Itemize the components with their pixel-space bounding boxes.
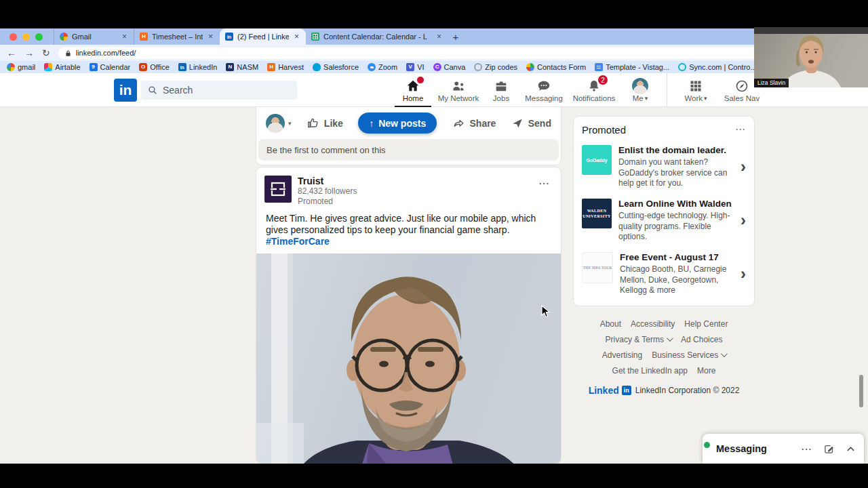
- scrollbar-thumb[interactable]: [859, 375, 863, 407]
- search-input[interactable]: Search: [141, 81, 297, 100]
- calendar-icon: [90, 63, 98, 71]
- bookmark-linkedin[interactable]: LinkedIn: [178, 63, 218, 71]
- ad-title[interactable]: Learn Online With Walden: [618, 199, 734, 209]
- chevron-down-icon: ▾: [645, 95, 648, 102]
- ad-mba-tour[interactable]: THE MBA TOUR Free Event - August 17 Chic…: [582, 252, 746, 296]
- sync-icon: [678, 63, 686, 71]
- nav-jobs[interactable]: Jobs: [482, 73, 520, 107]
- footer-link-advertising[interactable]: Advertising: [602, 350, 642, 360]
- first-comment-prompt[interactable]: Be the first to comment on this: [258, 139, 559, 161]
- footer-link-privacy-terms[interactable]: Privacy & Terms: [606, 335, 671, 344]
- fullscreen-window-button[interactable]: [35, 33, 43, 41]
- close-icon[interactable]: ×: [121, 32, 128, 41]
- nav-me[interactable]: Me▾: [620, 73, 660, 107]
- close-window-button[interactable]: [9, 33, 17, 41]
- bookmark-calendar[interactable]: Calendar: [90, 63, 131, 71]
- walden-logo: WALDEN UNIVERSITY: [582, 199, 612, 228]
- post-video-frame[interactable]: [256, 253, 561, 464]
- send-plane-icon: [511, 117, 524, 129]
- nav-notifications[interactable]: 2 Notifications: [568, 73, 620, 107]
- bookmark-airtable[interactable]: Airtable: [44, 63, 80, 71]
- bookmark-vi[interactable]: VI: [406, 63, 424, 71]
- back-button[interactable]: ←: [7, 48, 16, 58]
- close-icon[interactable]: ×: [293, 32, 300, 41]
- new-tab-button[interactable]: +: [448, 29, 463, 44]
- close-icon[interactable]: ×: [207, 32, 214, 41]
- nav-home[interactable]: Home: [391, 73, 435, 107]
- window-controls: [0, 33, 54, 41]
- chevron-down-icon: ▾: [288, 120, 292, 127]
- footer-link-about[interactable]: About: [600, 319, 621, 329]
- messaging-dock[interactable]: Messaging ⋯: [703, 434, 864, 464]
- chevron-up-icon[interactable]: [846, 444, 856, 454]
- address-bar[interactable]: linkedin.com/feed/: [58, 47, 812, 59]
- compose-icon[interactable]: [823, 443, 835, 455]
- ad-description: Cutting-edge technology. High-quality pr…: [618, 211, 734, 243]
- nav-messaging[interactable]: Messaging: [520, 73, 568, 107]
- like-button[interactable]: Like: [307, 117, 343, 129]
- footer-link-get-app[interactable]: Get the LinkedIn app: [612, 366, 688, 375]
- tab-strip: Gmail × Timesheet – Intero Advisory.cc ×…: [0, 28, 868, 45]
- linkedin-logo[interactable]: [114, 79, 137, 102]
- messaging-overflow-menu-icon[interactable]: ⋯: [801, 443, 812, 455]
- ad-godaddy[interactable]: GoDaddy Enlist the domain leader. Domain…: [582, 145, 746, 189]
- chevron-right-icon[interactable]: ›: [741, 152, 746, 182]
- nav-my-network[interactable]: My Network: [435, 73, 482, 107]
- bell-icon: 2: [587, 78, 601, 94]
- bookmark-canva[interactable]: Canva: [433, 63, 466, 71]
- hashtag-link[interactable]: #TimeForCare: [266, 236, 330, 247]
- online-status-dot: [703, 441, 711, 449]
- footer-link-help-center[interactable]: Help Center: [684, 319, 728, 329]
- chevron-right-icon[interactable]: ›: [741, 259, 746, 289]
- post-author[interactable]: Truist: [298, 176, 530, 186]
- new-posts-button[interactable]: ↑ New posts: [358, 113, 437, 134]
- overflow-menu-icon[interactable]: ⋯: [735, 123, 746, 136]
- bookmark-zoom[interactable]: Zoom: [368, 63, 397, 71]
- ad-title[interactable]: Enlist the domain leader.: [618, 145, 734, 156]
- tab-title: Content Calendar: Calendar - L: [323, 33, 431, 41]
- bookmark-sync[interactable]: Sync.com | Contro...: [678, 63, 756, 71]
- share-button[interactable]: Share: [452, 117, 496, 129]
- chevron-right-icon[interactable]: ›: [741, 205, 746, 235]
- minimize-window-button[interactable]: [22, 33, 30, 41]
- tab-timesheet[interactable]: Timesheet – Intero Advisory.cc ×: [134, 28, 220, 45]
- promoted-title: Promoted: [582, 124, 626, 136]
- footer-link-accessibility[interactable]: Accessibility: [631, 319, 675, 329]
- bookmark-template[interactable]: Template - Vistag...: [595, 63, 669, 71]
- ad-walden[interactable]: WALDEN UNIVERSITY Learn Online With Wald…: [582, 199, 746, 243]
- bookmark-gmail[interactable]: gmail: [7, 63, 35, 71]
- network-icon: [451, 78, 466, 94]
- footer-link-business-services[interactable]: Business Services: [652, 350, 726, 360]
- post-promoted-label: Promoted: [298, 197, 530, 207]
- bookmark-salesforce[interactable]: Salesforce: [313, 63, 359, 71]
- comment-as-selector[interactable]: ▾: [266, 114, 292, 133]
- linkedin-icon: [178, 63, 186, 71]
- user-avatar: [266, 114, 285, 133]
- tab-linkedin-feed[interactable]: (2) Feed | LinkedIn ×: [220, 28, 306, 45]
- tab-content-calendar[interactable]: Content Calendar: Calendar - L ×: [306, 28, 448, 45]
- footer-link-more[interactable]: More: [697, 366, 715, 375]
- bookmark-contacts-form[interactable]: Contacts Form: [526, 63, 586, 71]
- footer-link-ad-choices[interactable]: Ad Choices: [681, 335, 722, 344]
- bookmark-zip-codes[interactable]: Zip codes: [474, 63, 517, 71]
- arrow-up-icon: ↑: [369, 118, 374, 129]
- ad-description: Domain you want taken? GoDaddy's broker …: [618, 157, 734, 189]
- send-button[interactable]: Send: [511, 117, 551, 129]
- post-actions-card: ▾ Like ↑ New posts Share: [256, 107, 561, 165]
- forward-button[interactable]: →: [24, 48, 34, 58]
- truist-logo[interactable]: [264, 176, 292, 203]
- bookmark-harvest[interactable]: Harvest: [267, 63, 304, 71]
- nav-work[interactable]: Work▾: [674, 73, 717, 107]
- post-overflow-menu-icon[interactable]: ⋯: [536, 176, 553, 207]
- briefcase-icon: [494, 78, 509, 94]
- reload-button[interactable]: ↻: [42, 48, 50, 58]
- messaging-title: Messaging: [716, 443, 790, 454]
- ad-description: Chicago Booth, BU, Carnegie Mellon, Duke…: [620, 264, 734, 296]
- tab-gmail[interactable]: Gmail ×: [54, 28, 134, 45]
- bookmark-nasm[interactable]: NASM: [226, 63, 258, 71]
- home-icon: [406, 78, 420, 94]
- close-icon[interactable]: ×: [435, 32, 443, 41]
- ad-title[interactable]: Free Event - August 17: [620, 252, 734, 263]
- participant-name-label: Liza Slavin: [754, 79, 789, 87]
- bookmark-office[interactable]: Office: [139, 63, 170, 71]
